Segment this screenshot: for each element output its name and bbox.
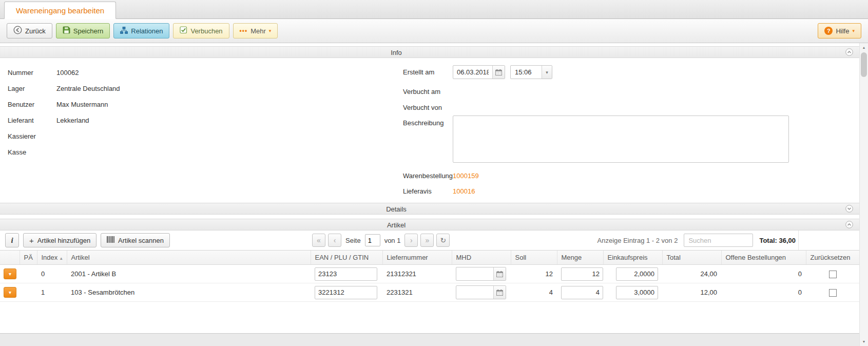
grid-info-button[interactable]: i bbox=[5, 233, 19, 247]
ean-input[interactable] bbox=[315, 267, 377, 281]
artikel-collapse-button[interactable] bbox=[845, 221, 853, 229]
field-kasse: Kasse bbox=[8, 144, 326, 160]
scroll-down-icon[interactable]: ▼ bbox=[860, 337, 868, 346]
barcode-icon bbox=[107, 236, 114, 244]
relations-button[interactable]: Relationen bbox=[113, 23, 169, 39]
col-zuruecksetzen[interactable]: Zurücksetzen bbox=[806, 251, 859, 265]
col-menge-label: Menge bbox=[562, 254, 582, 261]
ean-input[interactable] bbox=[315, 286, 377, 299]
field-value: Max Mustermann bbox=[56, 101, 108, 108]
cell-ean bbox=[311, 283, 382, 302]
plus-icon: + bbox=[29, 236, 34, 245]
col-soll-label: Soll bbox=[515, 254, 527, 261]
col-ean[interactable]: EAN / PLU / GTIN bbox=[311, 251, 382, 265]
details-section-header[interactable]: Details bbox=[0, 203, 859, 215]
chevron-down-icon: ▾ bbox=[542, 66, 552, 79]
created-time-select[interactable]: 15:06 ▾ bbox=[510, 65, 552, 79]
field-lieferant: Lieferant Lekkerland bbox=[8, 112, 326, 128]
total-label: Total: bbox=[759, 237, 777, 244]
mhd-field[interactable] bbox=[456, 286, 493, 299]
content-area: Info Nummer 100062 Lager Zentrale Deutsc… bbox=[0, 43, 859, 346]
col-index[interactable]: Index▲ bbox=[37, 251, 67, 265]
calendar-icon[interactable] bbox=[492, 66, 505, 79]
mhd-field[interactable] bbox=[456, 267, 493, 280]
col-artikel[interactable]: Artikel bbox=[67, 251, 311, 265]
app-window: Wareneingang bearbeiten Zurück Speichern… bbox=[0, 0, 868, 346]
field-benutzer: Benutzer Max Mustermann bbox=[8, 97, 326, 112]
col-offene-bestellungen[interactable]: Offene Bestellungen bbox=[721, 251, 806, 265]
back-button[interactable]: Zurück bbox=[7, 23, 52, 39]
info-right-column: Erstellt am 15:06 ▾ Verbucht am bbox=[403, 58, 855, 203]
table-header-row: PÄ Index▲ Artikel EAN / PLU / GTIN Liefe… bbox=[0, 251, 859, 265]
cell-expander: ▾ bbox=[0, 265, 20, 283]
scan-article-button[interactable]: Artikel scannen bbox=[101, 233, 170, 247]
verbucht-am-label: Verbucht am bbox=[403, 88, 453, 95]
info-collapse-button[interactable] bbox=[845, 48, 853, 56]
toolbar-divider bbox=[798, 230, 799, 250]
previous-page-button[interactable]: ‹ bbox=[328, 234, 341, 247]
info-section-header[interactable]: Info bbox=[0, 46, 859, 58]
tab-wareneingang-bearbeiten[interactable]: Wareneingang bearbeiten bbox=[4, 2, 116, 19]
search-input[interactable] bbox=[684, 234, 753, 247]
row-expand-button[interactable]: ▾ bbox=[4, 268, 16, 279]
more-button[interactable]: ••• Mehr ▾ bbox=[233, 23, 278, 39]
more-label: Mehr bbox=[250, 27, 266, 35]
cell-zuruecksetzen bbox=[806, 265, 859, 283]
last-page-icon: » bbox=[426, 236, 430, 244]
add-article-button[interactable]: + Artikel hinzufügen bbox=[23, 233, 97, 247]
beschreibung-label: Beschreibung bbox=[403, 119, 453, 127]
lieferavis-label: Lieferavis bbox=[403, 187, 453, 195]
next-page-button[interactable]: › bbox=[404, 234, 418, 247]
cell-offene-bestellungen: 0 bbox=[721, 283, 806, 302]
scrollbar-thumb[interactable] bbox=[861, 52, 867, 77]
lieferavis-link[interactable]: 100016 bbox=[453, 187, 475, 195]
scroll-up-icon[interactable]: ▲ bbox=[860, 43, 868, 52]
zuruecksetzen-checkbox[interactable] bbox=[829, 271, 837, 278]
col-soll[interactable]: Soll bbox=[511, 251, 557, 265]
col-total[interactable]: Total bbox=[662, 251, 721, 265]
einkaufspreis-input[interactable] bbox=[616, 267, 658, 281]
save-label: Speichern bbox=[73, 27, 104, 35]
col-mhd[interactable]: MHD bbox=[452, 251, 511, 265]
cell-offene-bestellungen: 0 bbox=[721, 265, 806, 283]
created-date-field[interactable] bbox=[453, 66, 492, 79]
cell-mhd bbox=[452, 265, 511, 283]
previous-page-icon: ‹ bbox=[334, 236, 336, 244]
col-einkaufspreis[interactable]: Einkaufspreis bbox=[603, 251, 662, 265]
page-of-label: von 1 bbox=[384, 237, 401, 244]
help-button[interactable]: ? Hilfe ▾ bbox=[818, 23, 861, 39]
col-menge[interactable]: Menge bbox=[557, 251, 603, 265]
zuruecksetzen-checkbox[interactable] bbox=[829, 289, 837, 297]
einkaufspreis-input[interactable] bbox=[616, 286, 658, 299]
vertical-scrollbar[interactable]: ▲ ▼ bbox=[859, 43, 868, 346]
cell-liefernummer: 2231321 bbox=[382, 283, 452, 302]
row-expand-button[interactable]: ▾ bbox=[4, 287, 16, 298]
col-artikel-label: Artikel bbox=[71, 254, 90, 261]
back-icon bbox=[13, 26, 22, 36]
post-button[interactable]: Verbuchen bbox=[173, 23, 229, 39]
warenbestellung-link[interactable]: 1000159 bbox=[453, 172, 479, 180]
last-page-button[interactable]: » bbox=[420, 234, 434, 247]
tab-strip: Wareneingang bearbeiten bbox=[0, 0, 868, 19]
help-label: Hilfe bbox=[836, 27, 849, 35]
details-expand-button[interactable] bbox=[845, 205, 853, 213]
page-number-input[interactable] bbox=[365, 234, 380, 246]
col-liefernummer[interactable]: Liefernummer bbox=[382, 251, 452, 265]
save-button[interactable]: Speichern bbox=[56, 23, 110, 39]
menge-input[interactable] bbox=[561, 286, 603, 299]
menge-input[interactable] bbox=[561, 267, 603, 281]
cell-total: 24,00 bbox=[662, 265, 721, 283]
col-zuruecksetzen-label: Zurücksetzen bbox=[811, 254, 851, 261]
calendar-icon[interactable] bbox=[493, 286, 506, 299]
col-pa[interactable]: PÄ bbox=[20, 251, 37, 265]
refresh-button[interactable]: ↻ bbox=[436, 234, 450, 247]
first-page-button[interactable]: « bbox=[312, 234, 325, 247]
artikel-section-header[interactable]: Artikel bbox=[0, 219, 859, 230]
calendar-icon[interactable] bbox=[493, 267, 506, 280]
info-icon: i bbox=[11, 236, 13, 245]
field-value: Zentrale Deutschland bbox=[56, 85, 120, 92]
description-textarea[interactable] bbox=[453, 116, 789, 163]
refresh-icon: ↻ bbox=[440, 236, 447, 244]
col-offene-bestellungen-label: Offene Bestellungen bbox=[726, 254, 786, 261]
sort-ascending-icon: ▲ bbox=[59, 256, 63, 261]
